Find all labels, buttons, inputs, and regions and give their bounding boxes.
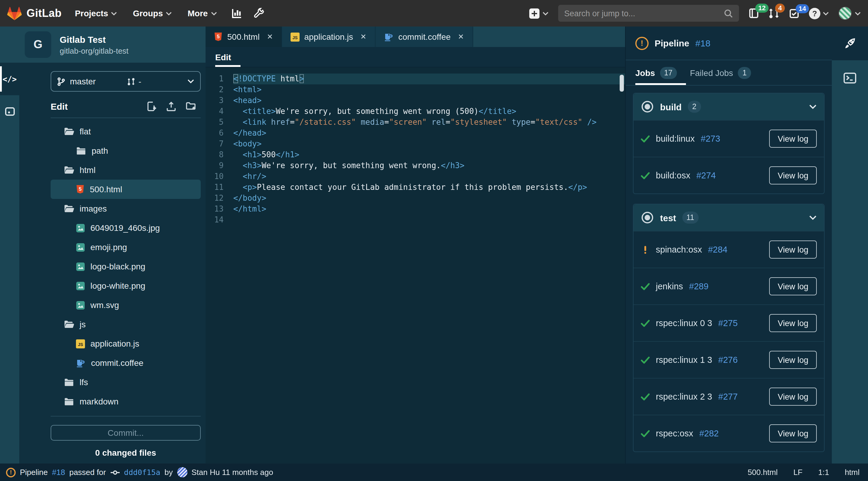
rail-terminal-button[interactable] (843, 72, 857, 84)
success-check-icon (641, 393, 650, 400)
chevron-down-icon (809, 104, 817, 109)
nav-menu-more[interactable]: More (187, 8, 217, 18)
left-column: G Gitlab Test gitlab-org/gitlab-test </> (0, 27, 206, 463)
tree-item-wm.svg[interactable]: wm.svg (51, 295, 201, 315)
nav-menu-groups[interactable]: Groups (133, 8, 172, 18)
view-log-button[interactable]: View log (769, 130, 817, 148)
statusbar-item[interactable]: LF (793, 468, 802, 477)
tree-item-js[interactable]: js (51, 315, 201, 334)
view-log-button[interactable]: View log (769, 277, 817, 295)
tree-item-500.html[interactable]: 5500.html (51, 180, 201, 199)
global-search[interactable] (558, 5, 739, 22)
line-number: 4 (206, 106, 233, 117)
tree-item-label: 500.html (90, 185, 122, 194)
close-tab-icon[interactable]: ✕ (267, 33, 273, 41)
view-log-button[interactable]: View log (769, 241, 817, 259)
search-input[interactable] (564, 9, 724, 18)
jobs-tabs: Jobs 17 Failed Jobs 1 (626, 60, 832, 86)
tree-item-images[interactable]: images (51, 199, 201, 218)
upload-file-icon[interactable] (166, 101, 176, 111)
job-id-link[interactable]: #289 (689, 282, 709, 291)
merge-request-icon (127, 77, 135, 86)
tab-edit[interactable]: Edit (215, 53, 231, 62)
rail-edit-mode-button[interactable]: </> (0, 63, 19, 95)
tree-item-flat[interactable]: flat (51, 122, 201, 141)
view-log-button[interactable]: View log (769, 314, 817, 332)
branch-selector[interactable]: master - (51, 71, 201, 92)
tree-item-6049019_460s.jpg[interactable]: 6049019_460s.jpg (51, 218, 201, 237)
tree-item-application.js[interactable]: JSapplication.js (51, 334, 201, 353)
chevron-down-icon (187, 79, 194, 84)
rail-pipelines-button[interactable] (832, 27, 868, 60)
new-file-icon[interactable] (147, 101, 157, 111)
tree-item-markdown[interactable]: markdown (51, 392, 201, 411)
tree-item-html[interactable]: html (51, 160, 201, 180)
tab-jobs[interactable]: Jobs 17 (635, 67, 677, 79)
job-group-header-test[interactable]: test11 (633, 204, 824, 231)
admin-wrench-icon[interactable] (253, 7, 264, 19)
analytics-chart-icon[interactable] (231, 8, 242, 19)
view-log-button[interactable]: View log (769, 424, 817, 442)
pipeline-title: Pipeline (655, 38, 689, 48)
group-job-count-badge: 11 (682, 212, 698, 224)
line-number: 5 (206, 117, 233, 128)
code-line-10: 10 <hr/> (206, 171, 625, 182)
user-menu[interactable] (838, 7, 861, 20)
tree-item-label: 6049019_460s.jpg (90, 223, 160, 233)
statusbar-item[interactable]: 1:1 (818, 468, 829, 477)
merge-requests-button[interactable]: 4 (769, 8, 779, 19)
code-content: <title>We're sorry, but something went w… (233, 106, 625, 117)
job-id-link[interactable]: #276 (718, 355, 738, 365)
file-tab-commit.coffee[interactable]: commit.coffee✕ (375, 27, 473, 47)
statusbar-pipeline-link[interactable]: #18 (52, 468, 65, 477)
tree-item-emoji.png[interactable]: emoji.png (51, 237, 201, 257)
job-name: spinach:osx (656, 245, 702, 254)
close-tab-icon[interactable]: ✕ (360, 33, 366, 41)
nav-menu-label: Groups (133, 8, 163, 18)
gitlab-logo-home-link[interactable]: GitLab (7, 6, 61, 20)
view-log-button[interactable]: View log (769, 166, 817, 185)
statusbar-item[interactable]: html (845, 468, 860, 477)
new-folder-icon[interactable] (186, 101, 196, 111)
tree-item-lfs[interactable]: lfs (51, 373, 201, 392)
job-id-link[interactable]: #274 (696, 170, 716, 180)
editor-scrollbar[interactable] (620, 75, 624, 92)
pipeline-id-link[interactable]: #18 (695, 38, 710, 48)
svg-text:5: 5 (79, 186, 82, 192)
code-content: <h1>500</h1> (233, 150, 625, 160)
user-avatar (838, 7, 852, 20)
statusbar-item[interactable]: 500.html (748, 468, 778, 477)
job-id-link[interactable]: #277 (718, 392, 738, 402)
project-header[interactable]: G Gitlab Test gitlab-org/gitlab-test (0, 27, 206, 63)
job-id-link[interactable]: #275 (718, 318, 738, 328)
editor-mode-bar: Edit (206, 47, 625, 67)
help-menu[interactable]: ? (809, 7, 829, 19)
job-id-link[interactable]: #282 (699, 428, 719, 438)
coffee-file-icon (76, 358, 86, 367)
view-log-button[interactable]: View log (769, 351, 817, 369)
issues-button[interactable]: 12 (749, 8, 759, 19)
nav-menu-projects[interactable]: Projects (75, 8, 117, 18)
image-file-icon (76, 223, 85, 232)
code-editor[interactable]: 1<!DOCTYPE html>2<html>3<head>4 <title>W… (206, 67, 625, 463)
tab-failed-jobs[interactable]: Failed Jobs 1 (690, 67, 751, 79)
new-menu-button[interactable] (529, 7, 549, 19)
todos-button[interactable]: 14 (789, 8, 799, 19)
tree-item-logo-black.png[interactable]: logo-black.png (51, 257, 201, 276)
tree-item-commit.coffee[interactable]: commit.coffee (51, 353, 201, 373)
tree-item-logo-white.png[interactable]: logo-white.png (51, 276, 201, 295)
commit-button[interactable]: Commit... (51, 425, 201, 441)
statusbar-commit-sha-link[interactable]: ddd0f15a (124, 468, 160, 477)
job-id-link[interactable]: #284 (708, 245, 727, 254)
file-tab-application.js[interactable]: JSapplication.js✕ (282, 27, 375, 47)
html5-file-icon: 5 (76, 185, 84, 194)
file-tab-500.html[interactable]: 5500.html✕ (206, 27, 282, 47)
job-id-link[interactable]: #273 (701, 134, 720, 143)
project-path: gitlab-org/gitlab-test (60, 46, 128, 55)
tree-item-path[interactable]: path (51, 141, 201, 160)
job-group-header-build[interactable]: build2 (633, 93, 824, 120)
close-tab-icon[interactable]: ✕ (458, 33, 464, 41)
rail-commit-mode-button[interactable] (0, 95, 19, 128)
tree-item-label: logo-white.png (90, 281, 145, 291)
view-log-button[interactable]: View log (769, 388, 817, 406)
